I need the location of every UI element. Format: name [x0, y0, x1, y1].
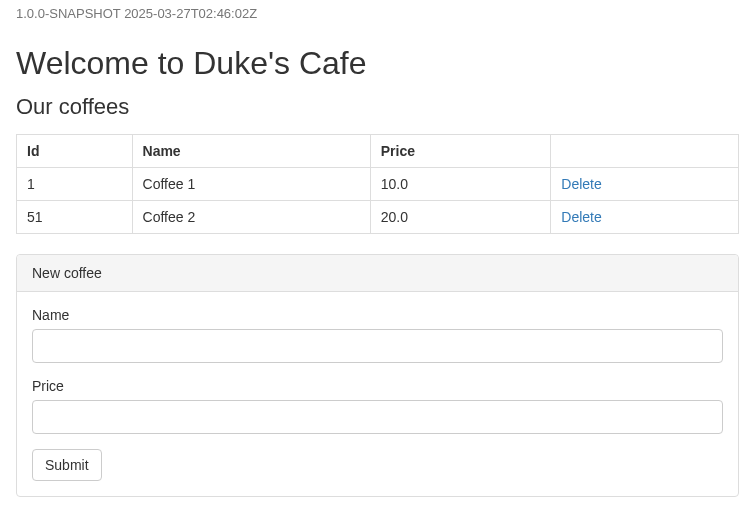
cell-name: Coffee 2 — [132, 201, 370, 234]
delete-link[interactable]: Delete — [561, 209, 601, 225]
cell-price: 20.0 — [370, 201, 551, 234]
panel-title: New coffee — [17, 255, 738, 292]
new-coffee-panel: New coffee Name Price Submit — [16, 254, 739, 497]
cell-id: 51 — [17, 201, 133, 234]
page-title: Welcome to Duke's Cafe — [16, 45, 739, 82]
table-row: 51 Coffee 2 20.0 Delete — [17, 201, 739, 234]
coffees-table: Id Name Price 1 Coffee 1 10.0 Delete 51 … — [16, 134, 739, 234]
column-header-actions — [551, 135, 739, 168]
table-row: 1 Coffee 1 10.0 Delete — [17, 168, 739, 201]
cell-name: Coffee 1 — [132, 168, 370, 201]
column-header-price: Price — [370, 135, 551, 168]
delete-link[interactable]: Delete — [561, 176, 601, 192]
column-header-id: Id — [17, 135, 133, 168]
column-header-name: Name — [132, 135, 370, 168]
name-label: Name — [32, 307, 723, 323]
cell-id: 1 — [17, 168, 133, 201]
name-input[interactable] — [32, 329, 723, 363]
price-label: Price — [32, 378, 723, 394]
price-input[interactable] — [32, 400, 723, 434]
cell-price: 10.0 — [370, 168, 551, 201]
version-info: 1.0.0-SNAPSHOT 2025-03-27T02:46:02Z — [16, 0, 739, 27]
section-title: Our coffees — [16, 94, 739, 120]
submit-button[interactable]: Submit — [32, 449, 102, 481]
